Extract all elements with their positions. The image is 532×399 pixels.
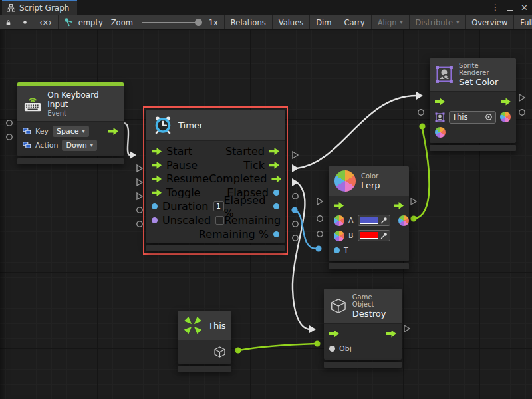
node-this[interactable]: This	[178, 311, 231, 372]
window-menu-icon[interactable]: ⋮	[491, 3, 499, 12]
setcolor-flow-in-connector[interactable]	[416, 92, 423, 100]
timer-elapsedpct-connector[interactable]	[291, 207, 297, 213]
lerp-t-connector[interactable]	[315, 245, 321, 251]
destroy-flow-in-connector[interactable]	[309, 325, 316, 333]
relations-button[interactable]: Relations	[225, 15, 273, 29]
setcolor-target-connector[interactable]	[418, 110, 424, 115]
setcolor-color-connector[interactable]	[419, 123, 425, 129]
lerp-a-row: A	[329, 213, 409, 228]
node-destroy[interactable]: Game Object Destroy Obj	[324, 289, 402, 368]
overview-button[interactable]: Overview	[466, 15, 514, 29]
flow-out-port[interactable]	[269, 162, 279, 169]
lerp-a-connector[interactable]	[317, 216, 323, 221]
distribute-button[interactable]: Distribute ▾	[410, 15, 466, 29]
color-b-field[interactable]	[358, 230, 390, 241]
flow-out-port[interactable]	[501, 98, 511, 106]
flow-in-port[interactable]	[435, 98, 445, 106]
align-button[interactable]: Align ▾	[372, 15, 410, 29]
close-icon[interactable]: ✕	[521, 3, 528, 12]
flow-in-port[interactable]	[152, 148, 162, 155]
flow-out-port[interactable]	[394, 202, 404, 209]
flow-out-port[interactable]	[271, 175, 281, 182]
graph-canvas[interactable]: On Keyboard Input Event Key Space ▾	[0, 30, 532, 399]
wire-lerp-to-setcolor-color[interactable]	[414, 128, 430, 219]
color-a-swatch[interactable]	[360, 217, 378, 224]
this-out-connector[interactable]	[235, 347, 241, 353]
setcolor-result-connector[interactable]	[519, 110, 525, 115]
value-in-port[interactable]	[152, 217, 158, 223]
wire-completed-to-destroy[interactable]	[293, 182, 309, 329]
node-footer	[17, 158, 124, 164]
timer-remainingpct-connector[interactable]	[293, 235, 298, 241]
node-on-keyboard-input[interactable]: On Keyboard Input Event Key Space ▾	[17, 82, 124, 164]
destroy-obj-connector[interactable]	[314, 340, 320, 346]
flow-out-port[interactable]	[386, 331, 396, 338]
object-picker-icon[interactable]	[485, 113, 493, 121]
lerp-flow-in-connector[interactable]	[317, 198, 323, 205]
flow-in-port[interactable]	[152, 189, 162, 196]
zoom-to-fit-button[interactable]: ‹×›	[33, 15, 59, 29]
flow-in-port[interactable]	[152, 175, 162, 182]
action-dropdown[interactable]: Down ▾	[62, 140, 96, 151]
port-label: Obj	[339, 344, 352, 353]
zoom-slider-handle[interactable]	[195, 19, 202, 26]
flow-in-port[interactable]	[152, 162, 162, 169]
timer-completed-connector[interactable]	[292, 178, 299, 186]
timer-duration-connector[interactable]	[137, 207, 142, 213]
maximize-icon[interactable]	[507, 5, 513, 11]
target-object-field[interactable]: This	[449, 111, 496, 124]
color-in-port[interactable]	[435, 127, 446, 138]
timer-remaining-connector[interactable]	[293, 221, 298, 227]
timer-resume-connector[interactable]	[137, 179, 142, 186]
dim-button[interactable]: Dim	[310, 15, 338, 29]
color-b-swatch[interactable]	[360, 232, 378, 239]
duration-input[interactable]: 1	[213, 201, 224, 211]
node-color-lerp[interactable]: Color Lerp A	[329, 166, 409, 269]
wire-tick-to-setcolor[interactable]	[297, 96, 416, 168]
keyboard-key-connector[interactable]	[7, 120, 12, 126]
eyedropper-icon[interactable]	[380, 232, 388, 239]
keyboard-action-connector[interactable]	[7, 134, 12, 140]
timer-started-connector[interactable]	[293, 152, 298, 158]
timer-start-connector[interactable]	[130, 151, 136, 159]
value-out-port[interactable]	[273, 231, 279, 237]
fullscreen-button[interactable]: Full Screen	[514, 15, 532, 29]
flow-in-port[interactable]	[329, 331, 339, 338]
lerp-flow-out-connector[interactable]	[411, 198, 416, 205]
info-button[interactable]	[17, 15, 33, 29]
lerp-result-connector[interactable]	[410, 215, 416, 221]
value-in-port[interactable]	[329, 346, 335, 352]
values-button[interactable]: Values	[273, 15, 311, 29]
value-in-port[interactable]	[334, 247, 340, 253]
setcolor-flow-out-connector[interactable]	[519, 94, 525, 101]
flow-in-port[interactable]	[334, 202, 344, 209]
wire-this-to-destroy-obj[interactable]	[239, 344, 316, 350]
color-out-port[interactable]	[500, 112, 511, 122]
color-in-port[interactable]	[334, 231, 344, 241]
color-out-port[interactable]	[398, 215, 409, 226]
eyedropper-icon[interactable]	[380, 217, 388, 224]
zoom-slider[interactable]	[142, 22, 200, 23]
color-a-field[interactable]	[358, 215, 390, 226]
lerp-b-connector[interactable]	[317, 231, 323, 237]
destroy-flow-out-connector[interactable]	[404, 325, 410, 332]
timer-toggle-connector[interactable]	[137, 193, 142, 200]
lock-button[interactable]	[0, 15, 17, 29]
timer-elapsed-connector[interactable]	[293, 194, 298, 199]
timer-unscaled-connector[interactable]	[137, 221, 142, 227]
node-timer-selection[interactable]: Timer Start Started Pause Tick Resume Co…	[143, 106, 288, 255]
tab-script-graph[interactable]: Script Graph	[2, 0, 77, 15]
flow-out-port[interactable]	[269, 148, 279, 155]
game-object-out-port[interactable]	[213, 346, 226, 358]
unscaled-checkbox[interactable]	[215, 216, 224, 225]
key-dropdown[interactable]: Space ▾	[53, 126, 89, 137]
flow-out-port[interactable]	[108, 128, 118, 135]
color-in-port[interactable]	[334, 215, 344, 226]
value-out-port[interactable]	[273, 203, 279, 209]
carry-button[interactable]: Carry	[338, 15, 372, 29]
value-in-port[interactable]	[152, 203, 158, 209]
wire-keyboard-to-timer-start[interactable]	[124, 123, 130, 155]
timer-tick-connector[interactable]	[292, 164, 299, 172]
node-set-color[interactable]: Sprite Renderer Set Color	[430, 58, 516, 151]
timer-pause-connector[interactable]	[137, 165, 142, 172]
